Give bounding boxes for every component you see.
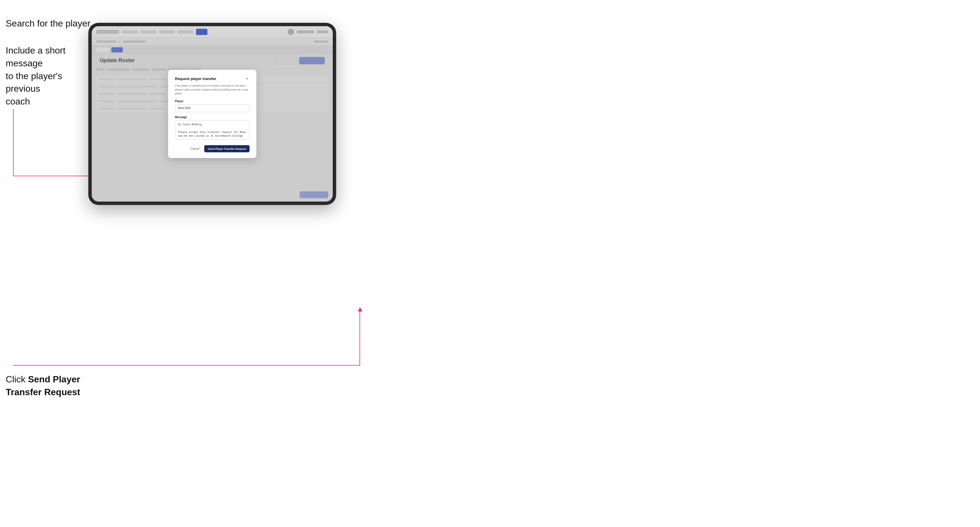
cancel-button[interactable]: Cancel [188,146,202,152]
annotation-click: Click Send PlayerTransfer Request [6,373,86,398]
modal-title: Request player transfer [175,76,216,81]
modal-header: Request player transfer × [175,76,250,81]
arrow-line-1 [13,109,14,176]
arrow-line-2-vertical [360,308,360,366]
player-field-label: Player [175,100,250,103]
send-transfer-request-button[interactable]: Send Player Transfer Request [204,145,250,152]
message-field-label: Message [175,116,250,119]
arrow-line-2-horizontal [13,365,360,365]
annotation-search: Search for the player. [6,17,92,30]
modal-actions: Cancel Send Player Transfer Request [175,145,250,152]
message-textarea[interactable]: Hi Coach McHarg, Please accept this tran… [175,120,250,140]
modal-close-button[interactable]: × [245,76,250,81]
transfer-modal: Request player transfer × If the player … [168,70,256,158]
modal-overlay: Request player transfer × If the player … [92,26,333,202]
modal-description: If the player is transferring from anoth… [175,84,250,96]
tablet-device: Update Roster [88,23,336,205]
tablet-screen: Update Roster [92,26,333,202]
player-search-input[interactable] [175,104,250,112]
annotation-message: Include a short message to the player's … [6,44,86,108]
